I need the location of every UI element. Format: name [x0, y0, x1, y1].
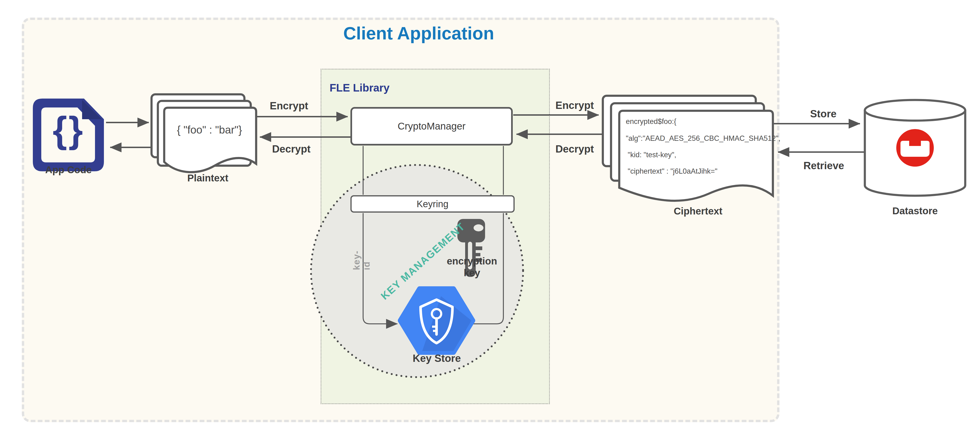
plaintext-content: { "foo" : "bar"} [177, 123, 242, 136]
encrypt-label-left: Encrypt [270, 100, 308, 112]
decrypt-label-left: Decrypt [272, 143, 310, 155]
fle-library-title: FLE Library [329, 81, 390, 94]
ciphertext-line-4: "ciphertext" : "j6L0aAtJihk=" [628, 167, 718, 175]
page-title: Client Application [343, 23, 494, 43]
encryption-key-label: encryption key [447, 255, 497, 279]
encrypt-label-right: Encrypt [555, 99, 594, 111]
decrypt-label-right: Decrypt [555, 143, 594, 155]
crypto-manager-box: CryptoManager [350, 107, 513, 145]
diagram-canvas: Client Application FLE Library {} App Co… [0, 0, 980, 440]
plaintext-label: Plaintext [187, 172, 228, 184]
ciphertext-label: Ciphertext [674, 206, 722, 217]
code-braces-glyph: {} [68, 108, 69, 151]
keyring-label: Keyring [417, 199, 449, 209]
couchbase-logo-icon [896, 129, 934, 167]
ciphertext-line-2: "alg":"AEAD_AES_256_CBC_HMAC_SHA512", [626, 134, 780, 143]
key-store-label: Key Store [413, 352, 461, 364]
ciphertext-line-3: "kid: "test-key", [628, 151, 676, 159]
retrieve-label: Retrieve [803, 160, 844, 172]
database-cylinder-icon [865, 100, 965, 196]
keyring-box: Keyring [350, 195, 515, 213]
store-label: Store [810, 108, 837, 120]
key-id-label: key-id [361, 260, 362, 260]
crypto-manager-label: CryptoManager [398, 121, 465, 132]
app-code-label: App Code [45, 164, 92, 175]
datastore-label: Datastore [892, 205, 938, 217]
key-management-label: KEY MANAGEMENT [423, 261, 423, 261]
ciphertext-line-1: encrypted$foo:{ [626, 117, 676, 126]
